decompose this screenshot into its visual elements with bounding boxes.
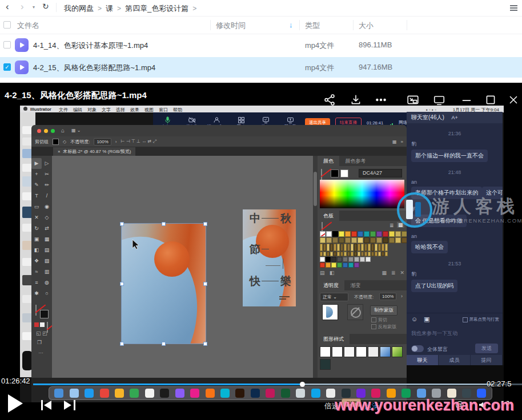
swatch[interactable] [376, 237, 382, 243]
menu-item[interactable]: 文件 [59, 107, 68, 112]
swatch[interactable] [354, 252, 357, 256]
tool-icon[interactable]: ≈ [31, 266, 42, 277]
swatch[interactable] [340, 252, 343, 256]
tool-icon[interactable]: ◧ [31, 245, 42, 256]
delete-swatch-icon[interactable]: ✕ [400, 270, 404, 276]
swatch[interactable] [337, 257, 342, 262]
dock-app-icon[interactable] [175, 389, 184, 398]
selection-handle[interactable] [162, 342, 166, 346]
swatch[interactable] [344, 244, 347, 251]
swatch[interactable] [358, 231, 363, 237]
swatch[interactable] [348, 262, 354, 268]
dock-app-icon[interactable] [296, 389, 305, 398]
black-swatch[interactable] [331, 169, 339, 177]
swatch[interactable] [351, 237, 357, 243]
swatch[interactable] [344, 252, 347, 256]
tab-color-guide[interactable]: 颜色参考 [341, 156, 371, 166]
close-traffic-light[interactable] [37, 129, 41, 133]
style-thumb[interactable] [344, 346, 355, 357]
swatch[interactable] [340, 244, 343, 251]
swatch[interactable] [382, 252, 384, 256]
swatch[interactable] [382, 244, 384, 251]
progress-handle[interactable] [300, 382, 305, 387]
style-thumb[interactable] [332, 346, 343, 357]
draw-mode-icon[interactable]: ◱ ◰ [36, 330, 47, 336]
tool-icon[interactable]: ✂ [42, 169, 52, 180]
opacity-value[interactable]: 100% [379, 293, 396, 300]
stroke-icon[interactable]: ◇ [63, 139, 66, 144]
swatch[interactable] [364, 244, 367, 251]
tool-icon[interactable]: ▥ [42, 266, 52, 277]
tool-icon[interactable]: / [42, 191, 52, 201]
dock-app-icon[interactable] [115, 389, 124, 398]
previous-button[interactable] [41, 400, 55, 410]
send-button[interactable]: 发送 [475, 344, 498, 353]
maximize-traffic-light[interactable] [51, 129, 55, 133]
none-swatch[interactable] [321, 169, 322, 180]
style-thumb[interactable] [320, 359, 331, 370]
swatch[interactable] [326, 262, 331, 268]
dock-app-icon[interactable] [326, 389, 335, 398]
swatch[interactable] [343, 257, 348, 262]
menu-item[interactable]: 选择 [116, 107, 125, 112]
tool-icon[interactable]: ◍ [42, 277, 52, 288]
selection-handle[interactable] [162, 222, 166, 226]
tool-icon[interactable]: ✕ [31, 212, 42, 223]
swatch[interactable] [330, 252, 333, 256]
document-tab[interactable]: × 未标题-2* @ 40.87 % (RGB/预览) [53, 147, 135, 156]
tool-icon[interactable]: + [31, 169, 42, 180]
swatch[interactable] [389, 237, 395, 243]
share-icon[interactable] [323, 94, 336, 106]
swatch[interactable] [326, 231, 332, 237]
swatch[interactable] [358, 244, 360, 251]
swatch[interactable] [375, 252, 378, 256]
style-thumb[interactable] [320, 346, 331, 357]
tab-graphic-styles[interactable]: 图形样式 [318, 334, 350, 344]
collapse-panel-icon[interactable]: » [401, 139, 403, 144]
white-swatch[interactable] [340, 169, 348, 177]
progress-bar[interactable] [33, 383, 522, 385]
list-view-icon[interactable]: ≣ [390, 223, 394, 228]
more-icon[interactable] [375, 94, 387, 106]
dock-app-icon[interactable] [311, 389, 320, 398]
swatch[interactable] [320, 231, 326, 237]
swatch[interactable] [368, 244, 371, 251]
swatch[interactable] [320, 244, 323, 251]
swatch[interactable] [339, 237, 344, 243]
swatch[interactable] [347, 244, 350, 251]
swatch[interactable] [370, 237, 376, 243]
play-button[interactable] [8, 394, 23, 413]
row-checkbox[interactable] [3, 41, 11, 49]
selection-handle[interactable] [120, 222, 124, 226]
swatch[interactable] [376, 231, 382, 237]
table-row[interactable]: 4-1_14、色彩设计基本原理~1.mp4 mp4文件 896.11MB [0, 33, 522, 57]
chat-input[interactable] [407, 325, 503, 341]
fill-swatch[interactable] [53, 139, 59, 145]
breadcrumb-item-folder[interactable]: 课 [106, 4, 113, 13]
column-modified[interactable]: 修改时间 [216, 21, 246, 31]
swatch[interactable] [327, 244, 330, 251]
swatch[interactable] [345, 237, 351, 243]
tool-icon[interactable]: ▶ [31, 158, 42, 169]
chat-tab-3[interactable]: 提问 [471, 355, 503, 365]
swatch[interactable] [395, 231, 401, 237]
dock-app-icon[interactable] [281, 389, 290, 398]
breadcrumb-item-current[interactable]: 第四章_色彩设计篇 [125, 4, 188, 13]
tool-icon[interactable]: ⇄ [42, 223, 52, 234]
swatch[interactable] [375, 244, 378, 251]
dock-app-icon[interactable] [130, 389, 139, 398]
swatch[interactable] [337, 262, 342, 268]
ai-canvas[interactable]: 中 秋 節 快 樂 [52, 156, 318, 378]
clip-checkbox[interactable]: 剪切 [371, 317, 387, 323]
dock-app-icon[interactable] [54, 389, 63, 398]
swatch[interactable] [334, 244, 336, 251]
file-name[interactable]: 4-2_15、风格化色彩搭配思路~1.mp4 [33, 63, 155, 73]
dock-app-icon[interactable] [145, 389, 154, 398]
menu-item[interactable]: 编辑 [73, 107, 82, 112]
swatch[interactable] [332, 231, 338, 237]
screen-mode-icon[interactable]: ❐ [37, 340, 42, 345]
back-icon[interactable]: ‹ [6, 1, 9, 13]
mask-thumbnail-empty[interactable] [347, 304, 363, 320]
menu-item[interactable]: 对象 [87, 107, 97, 112]
swatch[interactable] [326, 237, 332, 243]
